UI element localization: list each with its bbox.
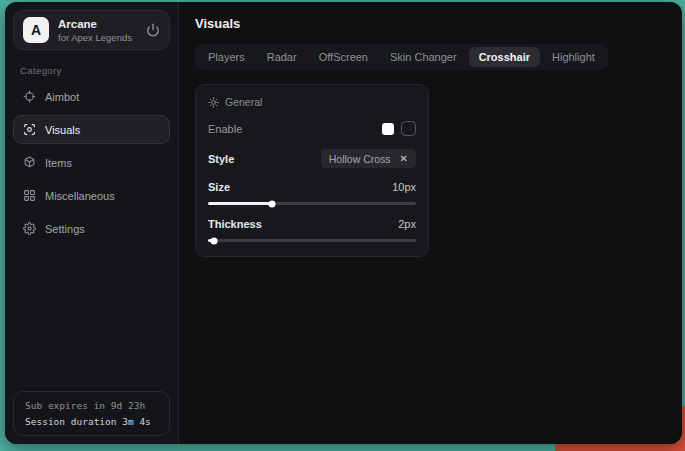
enable-label: Enable — [208, 123, 242, 135]
sidebar-item-label: Settings — [45, 223, 85, 235]
eye-icon — [23, 123, 36, 136]
tab-crosshair[interactable]: Crosshair — [469, 47, 540, 67]
style-select[interactable]: Hollow Cross ✕ — [321, 149, 416, 168]
size-label: Size — [208, 181, 230, 193]
sidebar-item-label: Miscellaneous — [45, 190, 115, 202]
enable-keybind-button[interactable] — [401, 121, 416, 136]
app-title: Arcane — [58, 18, 132, 30]
tab-players[interactable]: Players — [198, 47, 255, 67]
tab-offscreen[interactable]: OffScreen — [309, 47, 378, 67]
sidebar-item-miscellaneous[interactable]: Miscellaneous — [13, 181, 170, 210]
sidebar-item-visuals[interactable]: Visuals — [13, 115, 170, 144]
sidebar: A Arcane for Apex Legends Category — [5, 2, 179, 444]
category-label: Category — [20, 65, 178, 76]
sidebar-nav: Aimbot Visuals I — [5, 82, 178, 243]
app-subtitle: for Apex Legends — [58, 32, 132, 43]
app-logo: A — [23, 17, 49, 43]
tab-radar[interactable]: Radar — [257, 47, 307, 67]
visuals-tabbar: Players Radar OffScreen Skin Changer Cro… — [195, 44, 608, 70]
sidebar-item-settings[interactable]: Settings — [13, 214, 170, 243]
tab-highlight[interactable]: Highlight — [542, 47, 605, 67]
page-title: Visuals — [195, 16, 666, 31]
session-duration-text: Session duration 3m 4s — [25, 416, 158, 427]
tab-skin-changer[interactable]: Skin Changer — [380, 47, 467, 67]
style-label: Style — [208, 153, 234, 165]
grid-icon — [23, 189, 36, 202]
general-settings-icon — [208, 97, 219, 108]
sidebar-item-label: Aimbot — [45, 91, 79, 103]
sidebar-item-label: Items — [45, 157, 72, 169]
style-remove-icon[interactable]: ✕ — [400, 153, 408, 164]
size-value: 10px — [392, 181, 416, 193]
thickness-label: Thickness — [208, 218, 262, 230]
thickness-value: 2px — [398, 218, 416, 230]
cube-icon — [23, 156, 36, 169]
size-slider-thumb[interactable] — [269, 200, 276, 207]
size-slider-fill — [208, 202, 272, 205]
enable-checkbox[interactable] — [382, 123, 394, 135]
size-slider[interactable] — [208, 202, 416, 205]
desktop-background: A Arcane for Apex Legends Category — [0, 0, 685, 451]
sidebar-item-items[interactable]: Items — [13, 148, 170, 177]
thickness-slider-thumb[interactable] — [211, 237, 218, 244]
crosshair-icon — [23, 90, 36, 103]
style-selected-value: Hollow Cross — [329, 153, 391, 165]
sidebar-item-label: Visuals — [45, 124, 80, 136]
sidebar-item-aimbot[interactable]: Aimbot — [13, 82, 170, 111]
thickness-slider[interactable] — [208, 239, 416, 242]
main-content: Visuals Players Radar OffScreen Skin Cha… — [179, 2, 682, 444]
gear-icon — [23, 222, 36, 235]
subscription-info-card: Sub expires in 9d 23h Session duration 3… — [13, 391, 170, 436]
general-card: General Enable Style Hollow Cross ✕ — [195, 84, 429, 257]
general-card-title: General — [225, 96, 262, 108]
power-icon[interactable] — [146, 23, 160, 37]
sub-expires-text: Sub expires in 9d 23h — [25, 400, 158, 411]
app-window: A Arcane for Apex Legends Category — [5, 2, 682, 444]
sidebar-header-card: A Arcane for Apex Legends — [13, 10, 170, 50]
